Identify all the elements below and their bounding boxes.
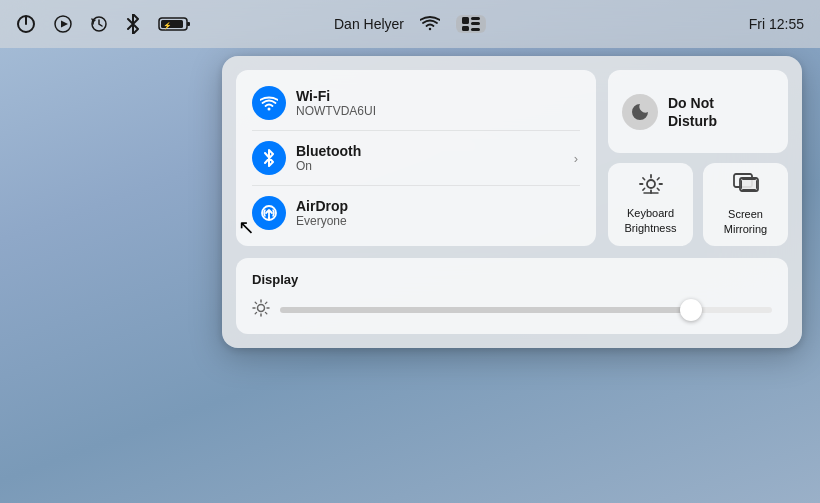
screen-mirroring-tile[interactable]: Screen Mirroring — [703, 163, 788, 246]
menu-bar-center: Dan Helyer — [334, 15, 486, 33]
svg-marker-3 — [61, 21, 68, 28]
wifi-sub: NOWTVDA6UI — [296, 104, 376, 118]
keyboard-brightness-icon — [639, 174, 663, 200]
divider-1 — [252, 130, 580, 131]
bluetooth-icon[interactable] — [126, 14, 140, 34]
divider-2 — [252, 185, 580, 186]
svg-text:⚡: ⚡ — [163, 21, 172, 30]
svg-line-38 — [255, 312, 256, 313]
network-tile: Wi-Fi NOWTVDA6UI Bluetooth On › — [236, 70, 596, 246]
slider-row — [252, 299, 772, 320]
svg-rect-10 — [471, 17, 480, 20]
play-icon[interactable] — [54, 15, 72, 33]
brightness-slider[interactable] — [280, 307, 772, 313]
svg-point-16 — [268, 217, 270, 219]
user-name: Dan Helyer — [334, 16, 404, 32]
control-center-panel: Wi-Fi NOWTVDA6UI Bluetooth On › — [222, 56, 802, 348]
svg-point-17 — [647, 180, 655, 188]
bluetooth-name: Bluetooth — [296, 143, 361, 159]
wifi-name: Wi-Fi — [296, 88, 376, 104]
svg-line-36 — [265, 312, 266, 313]
svg-rect-11 — [471, 22, 480, 25]
wifi-icon-circle — [252, 86, 286, 120]
dnd-icon — [622, 94, 658, 130]
svg-line-23 — [657, 189, 659, 191]
svg-line-37 — [265, 302, 266, 303]
control-center-icon[interactable] — [456, 15, 486, 33]
battery-icon[interactable]: ⚡ — [158, 15, 192, 33]
bluetooth-chevron: › — [574, 151, 578, 166]
display-section: Display — [236, 258, 788, 334]
svg-line-24 — [657, 178, 659, 180]
screen-mirroring-icon — [733, 173, 759, 201]
svg-rect-12 — [462, 26, 469, 31]
bluetooth-sub: On — [296, 159, 361, 173]
airdrop-name: AirDrop — [296, 198, 348, 214]
menu-bar-time: Fri 12:55 — [749, 16, 804, 32]
svg-point-30 — [258, 305, 265, 312]
svg-rect-6 — [187, 22, 190, 26]
wifi-item[interactable]: Wi-Fi NOWTVDA6UI — [248, 80, 584, 126]
wifi-text: Wi-Fi NOWTVDA6UI — [296, 88, 376, 118]
menu-bar-right: Fri 12:55 — [749, 16, 804, 32]
svg-rect-9 — [462, 17, 469, 24]
display-title: Display — [252, 272, 772, 287]
dnd-label2: Disturb — [668, 113, 717, 129]
history-icon[interactable] — [90, 15, 108, 33]
airdrop-sub: Everyone — [296, 214, 348, 228]
svg-point-14 — [268, 107, 271, 110]
airdrop-icon-circle — [252, 196, 286, 230]
keyboard-brightness-label: Keyboard Brightness — [616, 206, 685, 235]
svg-line-25 — [642, 189, 644, 191]
svg-rect-13 — [471, 28, 480, 31]
bluetooth-text: Bluetooth On — [296, 143, 361, 173]
dnd-text: Do Not Disturb — [668, 94, 717, 130]
do-not-disturb-tile[interactable]: Do Not Disturb — [608, 70, 788, 153]
svg-line-22 — [642, 178, 644, 180]
keyboard-brightness-tile[interactable]: Keyboard Brightness — [608, 163, 693, 246]
airdrop-text: AirDrop Everyone — [296, 198, 348, 228]
panel-top-row: Wi-Fi NOWTVDA6UI Bluetooth On › — [236, 70, 788, 246]
power-icon[interactable] — [16, 14, 36, 34]
bluetooth-icon-circle — [252, 141, 286, 175]
bluetooth-item[interactable]: Bluetooth On › — [248, 135, 584, 181]
airdrop-item[interactable]: AirDrop Everyone — [248, 190, 584, 236]
wifi-menubar-icon[interactable] — [420, 16, 440, 32]
menu-bar: ⚡ Dan Helyer Fri 12:55 — [0, 0, 820, 48]
svg-line-35 — [255, 302, 256, 303]
right-tiles: Do Not Disturb — [608, 70, 788, 246]
screen-mirroring-label: Screen Mirroring — [711, 207, 780, 236]
dnd-label1: Do Not — [668, 95, 714, 111]
brightness-icon — [252, 299, 270, 320]
menu-bar-left: ⚡ — [16, 14, 192, 34]
bottom-tiles-row: Keyboard Brightness Screen Mirroring — [608, 163, 788, 246]
